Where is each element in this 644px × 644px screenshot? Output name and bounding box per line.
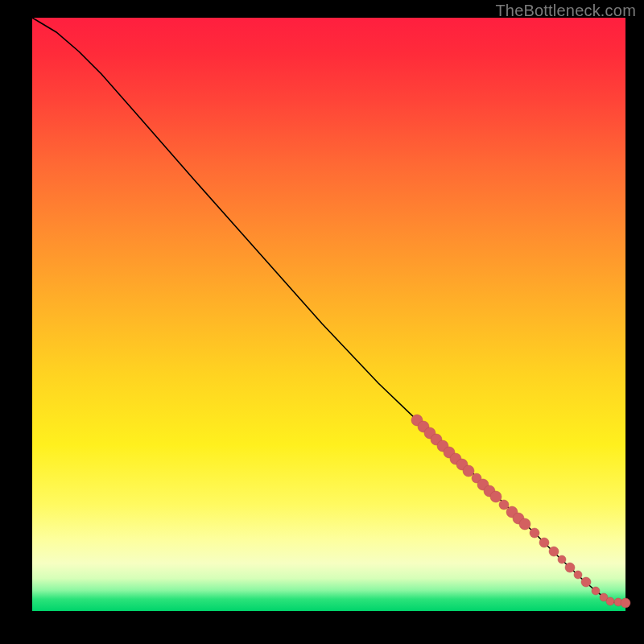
curve-line [32,18,625,603]
highlight-dot [565,563,575,572]
outer-frame: TheBottleneck.com [0,0,644,644]
highlight-dot [592,587,600,595]
highlight-dots-group [411,415,630,608]
highlight-dot [539,538,549,547]
highlight-dot [606,597,614,605]
chart-svg [32,18,625,611]
highlight-dot [463,465,474,477]
plot-area [32,18,625,611]
highlight-dot [519,518,530,530]
highlight-dot [549,547,559,556]
highlight-dot [581,577,591,587]
highlight-dot [490,491,502,502]
highlight-dot [558,555,566,564]
highlight-dot [621,598,630,608]
highlight-dot [530,528,539,538]
highlight-dot [574,571,582,579]
highlight-dot [499,500,509,510]
